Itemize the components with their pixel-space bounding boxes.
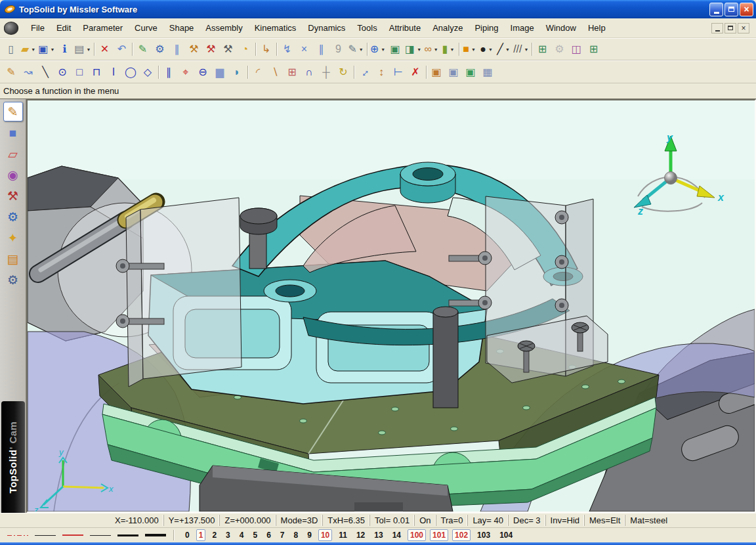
new-document-button[interactable]: ▯▼	[3, 41, 19, 58]
undo-button[interactable]: ↶▼	[114, 41, 129, 58]
chamfer-button[interactable]: ∖▼	[267, 64, 283, 81]
layer-button[interactable]: 12	[354, 529, 368, 541]
analysis-tool-button[interactable]: ◔▼	[237, 41, 253, 58]
sidebar-render-tool[interactable]: ◉	[3, 165, 23, 185]
menu-item[interactable]: Edit	[51, 20, 77, 35]
viewport-canvas[interactable]: y x z y x z	[28, 100, 755, 512]
layer-button[interactable]: 104	[497, 529, 515, 541]
delete-operation-button[interactable]: ✗▼	[408, 64, 423, 81]
layer-button[interactable]: 103	[474, 529, 493, 541]
frame-button[interactable]: ⊓▼	[89, 64, 104, 81]
menu-item[interactable]: Dynamics	[302, 20, 351, 35]
layer-button[interactable]: 14	[390, 529, 404, 541]
layer-button[interactable]: 8	[291, 529, 301, 541]
layer-button[interactable]: 10	[318, 529, 332, 541]
layer-button[interactable]: 100	[408, 529, 426, 541]
ellipse-button[interactable]: ◯▼	[123, 64, 138, 81]
layer-button[interactable]: 5	[250, 529, 260, 541]
zoom-button[interactable]: ⊕▼	[369, 41, 386, 58]
polygon-button[interactable]: ◇▼	[140, 64, 156, 81]
element-parameters-button[interactable]: ∥▼	[169, 41, 184, 58]
contour-button[interactable]: ↝▼	[20, 64, 36, 81]
insert-curve-button[interactable]: ↯▼	[279, 41, 295, 58]
line-style-solid-red[interactable]	[59, 530, 87, 541]
smash-tool-button[interactable]: ⚒▼	[220, 41, 236, 58]
repair-tool-button[interactable]: ⚒▼	[203, 41, 219, 58]
trim-curve-button[interactable]: ×▼	[296, 41, 312, 58]
menu-item[interactable]: Curve	[129, 20, 163, 35]
line-style-thicker-black[interactable]	[142, 530, 169, 541]
document-info-button[interactable]: ℹ▼	[56, 41, 72, 58]
sidebar-machine-tool[interactable]: ⚙	[3, 270, 23, 290]
modify-element-button[interactable]: ⚙▼	[152, 41, 167, 58]
rectangle-button[interactable]: □▼	[72, 64, 87, 81]
menu-item[interactable]: Parameter	[77, 20, 129, 35]
process-tree-button[interactable]: ⊞▼	[585, 41, 601, 58]
machining-setup-2-button[interactable]: ▣▼	[446, 64, 461, 81]
document-tree-button[interactable]: ⊞▼	[534, 41, 550, 58]
recall-function-button[interactable]: 9▼	[330, 41, 346, 58]
sidebar-turning-tool[interactable]: ⚒	[3, 186, 23, 206]
menu-item[interactable]: Kinematics	[249, 20, 303, 35]
layer-button[interactable]: 102	[452, 529, 471, 541]
menu-item[interactable]: Image	[505, 20, 540, 35]
open-file-button[interactable]: ▰▼	[20, 41, 36, 58]
sidebar-surface-tool[interactable]: ▱	[3, 144, 23, 164]
surface-button[interactable]: ◗▼	[229, 64, 245, 81]
profile-slot-button[interactable]: ∩▼	[301, 64, 317, 81]
shaded-view-button[interactable]: ∞▼	[423, 41, 439, 58]
layer-button[interactable]: 6	[264, 529, 274, 541]
build-tool-button[interactable]: ⚒▼	[186, 41, 201, 58]
restore-button[interactable]	[724, 3, 738, 16]
line-style-thin-black[interactable]	[32, 530, 59, 541]
animation-button[interactable]: ◫▼	[568, 41, 584, 58]
trim-axis-button[interactable]: ┼▼	[318, 64, 334, 81]
delete-button[interactable]: ✕▼	[96, 41, 112, 58]
layer-button[interactable]: 11	[336, 529, 350, 541]
menu-item[interactable]: Assembly	[200, 20, 248, 35]
hatch-style-button[interactable]: ///▼	[513, 41, 529, 58]
menu-item[interactable]: Attribute	[383, 20, 427, 35]
mdi-restore-button[interactable]	[724, 23, 736, 33]
section-button[interactable]: ⊢▼	[390, 64, 406, 81]
refresh-view-button[interactable]: ◨▼	[404, 41, 422, 58]
menu-item[interactable]: Window	[540, 20, 582, 35]
color-attribute-button[interactable]: ■▼	[461, 41, 477, 58]
sidebar-sketch-tool[interactable]: ✎	[3, 102, 23, 121]
menu-item[interactable]: Piping	[469, 20, 504, 35]
line-style-dash-dot-red[interactable]	[4, 530, 32, 541]
sketch-button[interactable]: ✎▼	[3, 64, 19, 81]
layer-button[interactable]: 7	[278, 529, 287, 541]
parallel-curve-button[interactable]: ∥▼	[161, 64, 177, 81]
line-style-thin-black-2[interactable]	[87, 530, 114, 541]
mechanism-button[interactable]: ⚙▼	[551, 41, 567, 58]
layer-button[interactable]: 4	[237, 529, 247, 541]
sidebar-milling-tool[interactable]: ⚙	[3, 207, 23, 227]
sidebar-wire-tool[interactable]: ✦	[3, 228, 23, 248]
machining-setup-1-button[interactable]: ▣▼	[429, 64, 444, 81]
line-button[interactable]: ╲▼	[37, 64, 53, 81]
print-button[interactable]: ▤▼	[74, 41, 91, 58]
point-button[interactable]: ⌖▼	[178, 64, 194, 81]
layer-button[interactable]: 3	[223, 529, 233, 541]
connect-curve-button[interactable]: I▼	[106, 64, 121, 81]
line-style-button[interactable]: ╱▼	[495, 41, 511, 58]
menu-item[interactable]: Analyze	[427, 20, 469, 35]
machining-post-button[interactable]: ▦▼	[480, 64, 495, 81]
transform-curve-button[interactable]: ↻▼	[335, 64, 351, 81]
fillet-button[interactable]: ◜▼	[250, 64, 266, 81]
menu-item[interactable]: Help	[582, 20, 612, 35]
point-style-button[interactable]: ●▼	[478, 41, 494, 58]
render-mode-button[interactable]: ▮▼	[440, 41, 456, 58]
menu-item[interactable]: File	[25, 20, 51, 35]
menu-item[interactable]: Tools	[351, 20, 383, 35]
line-style-thick-black[interactable]	[114, 530, 142, 541]
layer-button[interactable]: 0	[182, 529, 192, 541]
measure-curve-button[interactable]: ↕▼	[373, 64, 389, 81]
layer-button[interactable]: 1	[196, 529, 206, 541]
sidebar-shape-tool[interactable]: ■	[3, 123, 23, 142]
parameters-list-button[interactable]: ∥▼	[313, 41, 329, 58]
menu-item[interactable]: Shape	[163, 20, 200, 35]
measure-distance-button[interactable]: ↔▼	[356, 64, 372, 81]
annotation-button[interactable]: ✎▼	[347, 41, 364, 58]
